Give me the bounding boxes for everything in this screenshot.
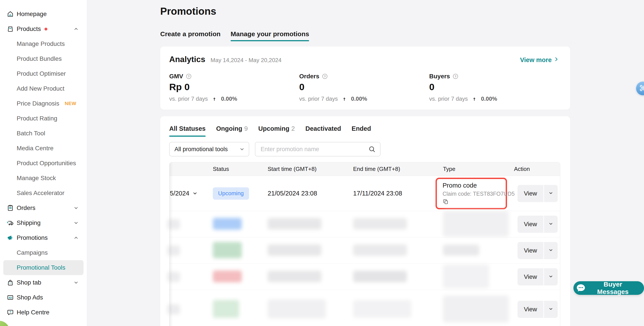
chevron-down-icon[interactable] bbox=[73, 205, 79, 211]
sidebar-item-label: Campaigns bbox=[17, 249, 48, 256]
column-header-status: Status bbox=[206, 166, 261, 172]
chevron-down-icon bbox=[548, 190, 554, 197]
view-button[interactable]: View bbox=[518, 301, 544, 318]
copy-icon[interactable] bbox=[442, 199, 449, 205]
search-icon[interactable] bbox=[368, 145, 376, 153]
view-dropdown-button[interactable] bbox=[544, 268, 558, 285]
tab-manage-your-promotions[interactable]: Manage your promotions bbox=[230, 30, 309, 41]
sidebar-item-shipping[interactable]: Shipping bbox=[3, 215, 84, 230]
metric-compare-label: vs. prior 7 days bbox=[429, 95, 468, 102]
view-button[interactable]: View bbox=[518, 216, 544, 233]
question-icon[interactable]: ? bbox=[322, 73, 328, 80]
status-tab-label: Deactivated bbox=[305, 125, 341, 132]
view-more-link[interactable]: View more bbox=[520, 56, 559, 64]
view-button[interactable]: View bbox=[518, 185, 544, 202]
row-expand-chevron-icon[interactable] bbox=[192, 190, 198, 196]
shoptab-icon bbox=[6, 279, 14, 286]
metric-compare-label: vs. prior 7 days bbox=[169, 95, 208, 102]
sidebar-item-shop-ads[interactable]: ADShop Ads bbox=[3, 290, 84, 305]
sidebar-item-label: Promotions bbox=[17, 234, 48, 241]
sidebar-item-manage-products[interactable]: Manage Products bbox=[3, 37, 84, 51]
table-row-4: View bbox=[170, 264, 560, 290]
status-tabs: All StatusesOngoing9Upcoming2Deactivated… bbox=[169, 125, 560, 137]
redacted-status-badge bbox=[213, 300, 239, 318]
table-row-1: 5/2024Upcoming21/05/2024 23:0817/11/2024… bbox=[170, 176, 560, 211]
chevron-right-icon bbox=[554, 56, 559, 64]
command-icon: ⌘ bbox=[639, 84, 644, 93]
sidebar-item-batch-tool[interactable]: Batch Tool bbox=[3, 126, 84, 141]
status-tab-upcoming[interactable]: Upcoming2 bbox=[258, 125, 295, 137]
status-tab-all-statuses[interactable]: All Statuses bbox=[169, 125, 206, 137]
sidebar-item-product-opportunities[interactable]: Product Opportunities bbox=[3, 156, 84, 171]
status-tab-ended[interactable]: Ended bbox=[352, 125, 371, 137]
buyer-messages-button[interactable]: Buyer Messages bbox=[574, 281, 644, 295]
sidebar-item-product-optimiser[interactable]: Product Optimiser bbox=[3, 66, 84, 81]
sidebar-item-shop-tab[interactable]: Shop tab bbox=[3, 275, 84, 290]
chevron-down-icon[interactable] bbox=[73, 280, 79, 285]
redacted-name-cell bbox=[170, 272, 206, 282]
sidebar-item-price-diagnosis[interactable]: Price DiagnosisNEW bbox=[3, 96, 84, 111]
sidebar-item-help-centre[interactable]: ?Help Centre bbox=[3, 305, 84, 320]
sidebar-item-label: Promotional Tools bbox=[17, 264, 65, 271]
chevron-down-icon bbox=[239, 146, 245, 152]
metrics-row: GMV?Rp 0vs. prior 7 days0.00%Orders?0vs.… bbox=[169, 73, 559, 102]
question-icon[interactable]: ? bbox=[186, 73, 192, 80]
status-tab-ongoing[interactable]: Ongoing9 bbox=[216, 125, 248, 137]
sidebar: HomepageProductsManage ProductsProduct B… bbox=[0, 0, 87, 326]
promotion-name-fragment: 5/2024 bbox=[170, 190, 190, 197]
sidebar-item-manage-stock[interactable]: Manage Stock bbox=[3, 171, 84, 186]
question-icon[interactable]: ? bbox=[452, 73, 459, 80]
promo-type-highlight-box: Promo codeClaim code: TEST83FO7UD5 bbox=[436, 178, 507, 209]
sidebar-item-label: Add New Product bbox=[17, 85, 64, 92]
sidebar-item-media-centre[interactable]: Media Centre bbox=[3, 141, 84, 156]
sidebar-item-homepage[interactable]: Homepage bbox=[3, 7, 84, 22]
sidebar-item-add-new-product[interactable]: Add New Product bbox=[3, 81, 84, 96]
promotional-tools-select[interactable]: All promotional tools bbox=[169, 142, 249, 156]
view-dropdown-button[interactable] bbox=[544, 242, 558, 259]
view-button[interactable]: View bbox=[518, 242, 544, 259]
redacted-status-badge bbox=[213, 218, 242, 230]
chat-bubble-icon bbox=[576, 283, 586, 293]
sidebar-item-products[interactable]: Products bbox=[3, 22, 84, 37]
status-tab-deactivated[interactable]: Deactivated bbox=[305, 125, 341, 137]
chevron-up-icon[interactable] bbox=[73, 26, 79, 32]
sidebar-item-promotions[interactable]: Promotions bbox=[3, 230, 84, 245]
sidebar-item-label: Shop tab bbox=[17, 279, 41, 286]
sidebar-item-label: Product Bundles bbox=[17, 55, 62, 62]
sidebar-item-label: Sales Accelerator bbox=[17, 190, 64, 197]
search-input[interactable] bbox=[255, 146, 368, 153]
redacted-end-cell bbox=[346, 300, 436, 318]
shopads-icon: AD bbox=[6, 294, 14, 301]
view-split-button: View bbox=[518, 242, 560, 259]
sidebar-item-label: Media Centre bbox=[17, 145, 54, 152]
redacted-name-cell bbox=[170, 304, 206, 314]
sidebar-item-sales-accelerator[interactable]: Sales Accelerator bbox=[3, 186, 84, 200]
view-dropdown-button[interactable] bbox=[544, 301, 558, 318]
sidebar-item-label: Product Rating bbox=[17, 115, 57, 122]
page-title: Promotions bbox=[160, 5, 216, 17]
start-time: 21/05/2024 23:08 bbox=[268, 190, 317, 197]
sidebar-item-campaigns[interactable]: Campaigns bbox=[3, 245, 84, 260]
sidebar-item-label: Manage Stock bbox=[17, 175, 56, 182]
redacted-start-cell bbox=[261, 218, 346, 230]
promotions-panel: All StatusesOngoing9Upcoming2Deactivated… bbox=[160, 116, 570, 326]
status-tab-label: All Statuses bbox=[169, 125, 206, 132]
sidebar-item-promotional-tools[interactable]: Promotional Tools bbox=[3, 260, 84, 275]
view-dropdown-button[interactable] bbox=[544, 216, 558, 233]
column-header-type: Type bbox=[436, 166, 511, 172]
sidebar-item-label: Batch Tool bbox=[17, 130, 45, 137]
view-button[interactable]: View bbox=[518, 268, 544, 285]
status-tab-label: Ended bbox=[352, 125, 371, 132]
redacted-status-badge bbox=[213, 270, 242, 282]
redacted-start-cell bbox=[261, 271, 346, 283]
search-box bbox=[255, 142, 380, 156]
sidebar-item-orders[interactable]: Orders bbox=[3, 200, 84, 215]
sidebar-item-product-bundles[interactable]: Product Bundles bbox=[3, 51, 84, 66]
tab-create-a-promotion[interactable]: Create a promotion bbox=[160, 30, 220, 41]
chevron-up-icon[interactable] bbox=[73, 235, 79, 241]
promotions-icon bbox=[6, 234, 14, 241]
chevron-down-icon[interactable] bbox=[73, 220, 79, 226]
redacted-end-cell bbox=[346, 271, 436, 283]
sidebar-item-product-rating[interactable]: Product Rating bbox=[3, 111, 84, 126]
view-dropdown-button[interactable] bbox=[544, 185, 558, 202]
